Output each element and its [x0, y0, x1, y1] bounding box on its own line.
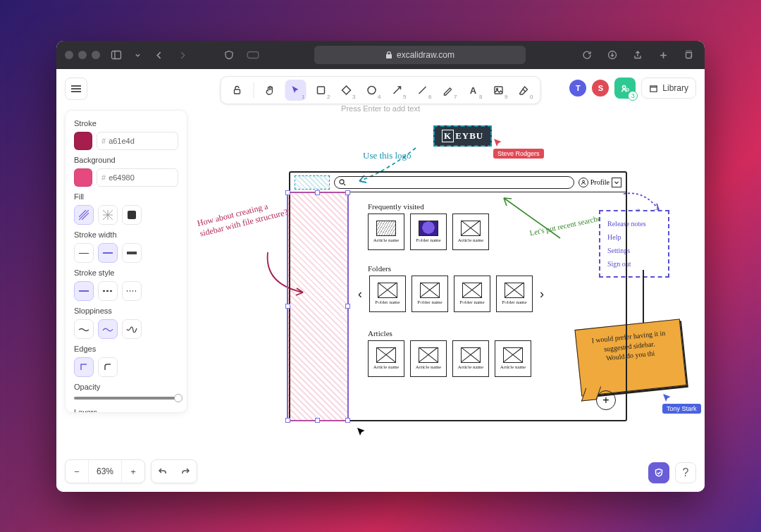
- hand-tool[interactable]: [260, 80, 281, 101]
- traffic-minimize[interactable]: [78, 51, 87, 59]
- wf-card[interactable]: Folder name: [410, 214, 447, 250]
- svg-point-10: [622, 85, 625, 88]
- url-bar[interactable]: excalidraw.com: [314, 46, 526, 64]
- shield-icon[interactable]: [221, 47, 237, 63]
- canvas[interactable]: KEYBU Use this logo Steve Rodgers How ab…: [197, 111, 691, 450]
- slop-low[interactable]: [74, 319, 94, 339]
- wf-card[interactable]: Article name: [452, 214, 489, 250]
- selection-tool[interactable]: 1: [285, 80, 307, 101]
- stroke-dotted[interactable]: [122, 281, 142, 301]
- opacity-label: Opacity: [74, 383, 178, 391]
- eraser-tool[interactable]: 0: [514, 80, 535, 101]
- menu-button[interactable]: [65, 78, 87, 100]
- wf-profile[interactable]: Profile: [579, 178, 621, 187]
- tabs-icon[interactable]: [681, 47, 696, 63]
- line-tool[interactable]: 6: [412, 80, 433, 101]
- wf-card[interactable]: Folder name: [496, 276, 533, 312]
- wf-card[interactable]: Folder name: [369, 276, 406, 312]
- chevron-down-icon[interactable]: [612, 178, 621, 187]
- wf-card[interactable]: Article name: [452, 340, 489, 377]
- footer-left: − 63% +: [65, 459, 197, 483]
- arrow-tool[interactable]: 5: [387, 80, 408, 101]
- collaborator-avatar-s[interactable]: S: [592, 80, 609, 97]
- stroke-dashed[interactable]: [98, 281, 118, 301]
- stroke-thin[interactable]: [74, 243, 94, 263]
- share-button[interactable]: 3: [614, 78, 636, 99]
- undo-button[interactable]: [151, 460, 174, 483]
- app-area: 1 2 3 4 5 6 7 A8 9 0 Press Enter to add …: [56, 69, 705, 492]
- footer-right: ?: [648, 462, 696, 483]
- image-tool[interactable]: 9: [488, 80, 509, 101]
- traffic-close[interactable]: [65, 51, 73, 59]
- svg-rect-6: [318, 87, 325, 94]
- stroke-color-swatch[interactable]: [74, 132, 92, 150]
- lock-tool[interactable]: [227, 80, 248, 101]
- main-toolbar: 1 2 3 4 5 6 7 A8 9 0: [221, 76, 541, 104]
- zoom-value[interactable]: 63%: [88, 460, 122, 483]
- download-icon[interactable]: [605, 47, 620, 63]
- slop-high[interactable]: [122, 319, 142, 339]
- wf-card[interactable]: Folder name: [454, 276, 490, 312]
- browser-titlebar: excalidraw.com: [56, 41, 705, 69]
- share-icon[interactable]: [630, 47, 645, 63]
- stroke-thick[interactable]: [122, 243, 142, 263]
- slop-med[interactable]: [98, 319, 118, 339]
- back-button[interactable]: [151, 47, 166, 63]
- collaborator-avatar-t[interactable]: T: [569, 80, 586, 97]
- stroke-hex-input[interactable]: #a61e4d: [97, 132, 178, 150]
- wf-card[interactable]: Article name: [495, 340, 531, 377]
- properties-panel: Stroke #a61e4d Background #e64980 Fill S…: [65, 110, 187, 413]
- stroke-width-label: Stroke width: [74, 230, 178, 239]
- background-hex-input[interactable]: #e64980: [97, 168, 178, 187]
- rectangle-tool[interactable]: 2: [311, 80, 332, 101]
- traffic-zoom[interactable]: [92, 51, 100, 59]
- wf-logo-slot[interactable]: [295, 175, 330, 190]
- ellipse-tool[interactable]: 4: [361, 80, 383, 101]
- keybu-logo[interactable]: KEYBU: [433, 125, 492, 147]
- wf-card[interactable]: Article name: [410, 340, 447, 377]
- fill-solid[interactable]: [122, 205, 142, 225]
- fill-label: Fill: [74, 192, 178, 201]
- edges-sharp[interactable]: [74, 357, 94, 377]
- help-button[interactable]: ?: [675, 462, 696, 483]
- reload-icon[interactable]: [579, 47, 595, 63]
- background-color-swatch[interactable]: [74, 168, 92, 187]
- svg-rect-8: [495, 87, 502, 94]
- library-button[interactable]: Library: [641, 78, 696, 99]
- scroll-left[interactable]: ‹: [357, 287, 364, 302]
- zoom-in-button[interactable]: +: [122, 460, 144, 483]
- edges-round[interactable]: [98, 357, 118, 377]
- redo-button[interactable]: [174, 460, 197, 483]
- wf-card[interactable]: Article name: [368, 340, 404, 377]
- wf-card[interactable]: Article name: [368, 214, 404, 250]
- draw-tool[interactable]: 7: [438, 80, 459, 101]
- use-logo-note: Use this logo: [363, 150, 412, 161]
- stroke-label: Stroke: [74, 119, 178, 128]
- zoom-out-button[interactable]: −: [66, 460, 88, 483]
- diamond-tool[interactable]: 3: [336, 80, 357, 101]
- encrypted-icon[interactable]: [648, 462, 669, 483]
- fill-hachure[interactable]: [74, 205, 94, 225]
- chevron-down-icon[interactable]: [132, 47, 142, 63]
- fill-cross[interactable]: [98, 205, 118, 225]
- cursor-icon: [357, 427, 366, 437]
- wf-folders-title: Folders: [368, 264, 545, 273]
- wf-add-button[interactable]: +: [596, 390, 616, 410]
- sidebar-toggle-icon[interactable]: [109, 47, 124, 63]
- wf-search-input[interactable]: [334, 176, 574, 189]
- stroke-medium[interactable]: [98, 243, 118, 263]
- wf-sidebar-shape[interactable]: [287, 192, 348, 421]
- zoom-group: − 63% +: [65, 459, 145, 483]
- wf-section-freq: Frequently visited Article name Folder n…: [368, 202, 489, 250]
- new-tab-icon[interactable]: [655, 47, 671, 63]
- forward-button[interactable]: [175, 47, 190, 63]
- collab-tag-steve: Steve Rodgers: [493, 149, 544, 159]
- stroke-solid[interactable]: [74, 281, 94, 301]
- opacity-slider[interactable]: [74, 397, 178, 400]
- extension-icon[interactable]: [245, 47, 261, 63]
- scroll-right[interactable]: ›: [538, 287, 545, 302]
- wf-card[interactable]: Folder name: [412, 276, 448, 312]
- sidebar-note: How about creating a sidebar with file s…: [196, 195, 297, 240]
- wireframe-frame[interactable]: Profile Frequently vis: [289, 171, 627, 421]
- text-tool[interactable]: A8: [463, 80, 484, 101]
